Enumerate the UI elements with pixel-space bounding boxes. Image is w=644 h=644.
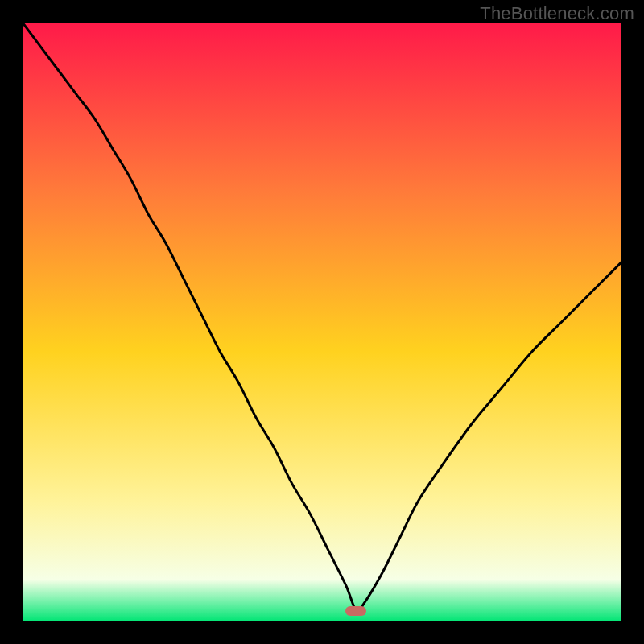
watermark-text: TheBottleneck.com — [480, 3, 634, 24]
bottleneck-chart — [23, 23, 621, 621]
gradient-background — [23, 23, 621, 621]
chart-frame: TheBottleneck.com — [0, 0, 644, 644]
optimum-marker — [345, 606, 366, 616]
